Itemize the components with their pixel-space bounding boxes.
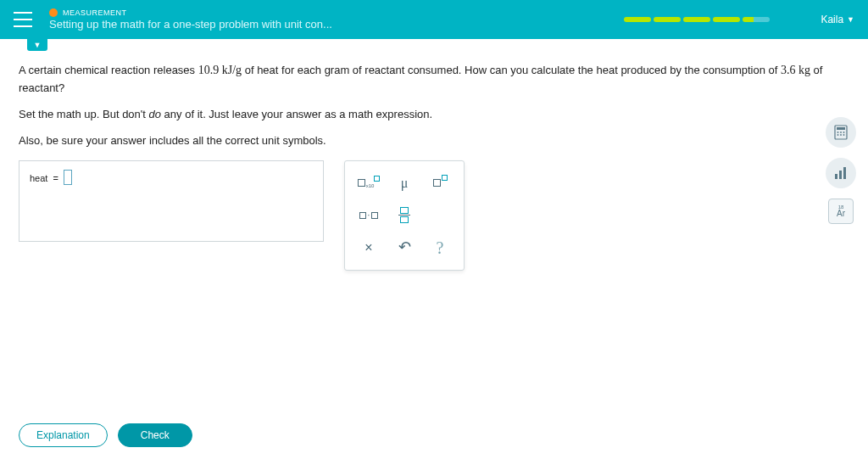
svg-rect-1 (837, 127, 845, 130)
calculator-button[interactable] (826, 117, 856, 148)
svg-point-3 (840, 132, 842, 133)
user-name: Kaila (821, 14, 843, 25)
menu-button[interactable] (14, 12, 32, 27)
superscript-button[interactable] (423, 168, 457, 199)
periodic-table-button[interactable]: 18Ar (828, 199, 854, 224)
instruction-2: Also, be sure your answer includes all t… (19, 132, 849, 150)
mu-button[interactable]: μ (387, 168, 421, 199)
svg-point-7 (843, 134, 845, 136)
exponent-button[interactable]: x10 (352, 168, 386, 199)
check-button[interactable]: Check (118, 423, 192, 447)
svg-point-2 (837, 132, 839, 133)
svg-point-4 (843, 132, 845, 133)
fraction-button[interactable] (387, 200, 421, 231)
explanation-button[interactable]: Explanation (19, 423, 108, 447)
caret-down-icon: ▼ (847, 15, 854, 24)
chart-button[interactable] (826, 158, 856, 188)
undo-button[interactable]: ↶ (387, 232, 421, 263)
header-title-block: MEASUREMENT Setting up the math for a on… (49, 8, 624, 31)
svg-rect-8 (835, 174, 837, 179)
problem-text: A certain chemical reaction releases 10.… (19, 61, 849, 98)
user-menu[interactable]: Kaila ▼ (821, 14, 854, 25)
clear-button[interactable]: × (352, 232, 386, 263)
category-label: MEASUREMENT (63, 8, 127, 17)
math-toolbar: x10 μ · × ↶ ? (344, 160, 465, 271)
answer-input[interactable] (64, 170, 72, 185)
expand-tab[interactable]: ▼ (27, 39, 47, 51)
answer-label: heat (30, 170, 47, 187)
page-title: Setting up the math for a one-step probl… (49, 18, 624, 31)
multiply-button[interactable]: · (352, 200, 386, 231)
help-button[interactable]: ? (423, 232, 457, 263)
equals-label: = (53, 170, 58, 187)
instruction-1: Set the math up. But don't do any of it.… (19, 106, 849, 124)
progress-bar (624, 17, 770, 22)
svg-rect-10 (843, 167, 846, 179)
svg-point-5 (837, 134, 839, 136)
svg-point-6 (840, 134, 842, 136)
category-dot-icon (49, 8, 58, 17)
answer-box[interactable]: heat = (19, 160, 324, 242)
svg-rect-9 (839, 171, 842, 179)
